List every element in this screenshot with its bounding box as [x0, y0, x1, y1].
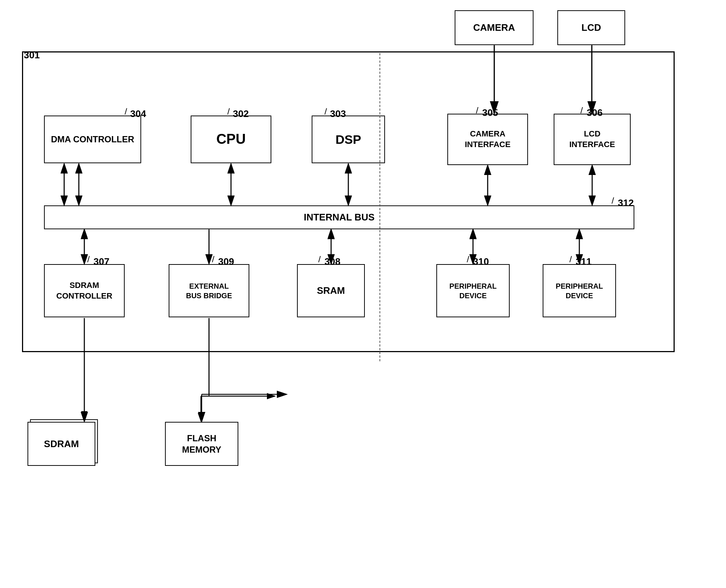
- ref-309: 309: [218, 256, 234, 267]
- ref-303: 303: [330, 108, 346, 120]
- ref-305: 305: [482, 107, 498, 118]
- cpu-label: CPU: [216, 130, 246, 148]
- ref-310: 310: [473, 256, 489, 267]
- internal-bus-label: INTERNAL BUS: [304, 211, 374, 224]
- camera-interface-label: CAMERAINTERFACE: [465, 129, 511, 150]
- sram-label: SRAM: [317, 285, 345, 297]
- ref-304: 304: [130, 108, 146, 120]
- sram-block: SRAM: [297, 264, 365, 317]
- cpu-block: CPU: [191, 116, 271, 163]
- lcd-interface-block: LCDINTERFACE: [554, 114, 631, 165]
- camera-label: CAMERA: [473, 22, 515, 34]
- lcd-box: LCD: [557, 10, 625, 45]
- peripheral-device-2-block: PERIPHERALDEVICE: [543, 264, 616, 317]
- dotted-divider-line: [380, 53, 380, 361]
- ref-308: 308: [324, 256, 340, 267]
- ref-302: 302: [233, 108, 249, 120]
- ref-301: 301: [24, 50, 40, 61]
- lcd-interface-label: LCDINTERFACE: [569, 129, 615, 150]
- camera-box: CAMERA: [455, 10, 534, 45]
- lcd-label: LCD: [582, 22, 601, 34]
- ref-311: 311: [576, 256, 591, 267]
- dsp-block: DSP: [312, 116, 385, 163]
- ref-307: 307: [94, 256, 109, 267]
- flash-memory-label: FLASHMEMORY: [182, 432, 221, 455]
- peripheral-device-1-label: PERIPHERALDEVICE: [450, 281, 497, 300]
- sdram-controller-label: SDRAMCONTROLLER: [56, 280, 113, 301]
- sdram-box: SDRAM: [27, 422, 95, 466]
- external-bus-bridge-label: EXTERNALBUS BRIDGE: [186, 281, 232, 300]
- dsp-label: DSP: [336, 131, 361, 147]
- peripheral-device-1-block: PERIPHERALDEVICE: [436, 264, 510, 317]
- ref-306: 306: [587, 107, 602, 118]
- diagram-container: 301 CAMERA LCD DMA CONTROLLER CPU DSP CA…: [0, 0, 726, 588]
- ref-312: 312: [618, 197, 634, 209]
- external-bus-bridge-block: EXTERNALBUS BRIDGE: [169, 264, 249, 317]
- sdram-label: SDRAM: [44, 438, 79, 450]
- flash-memory-box: FLASHMEMORY: [165, 422, 238, 466]
- sdram-controller-block: SDRAMCONTROLLER: [44, 264, 125, 317]
- internal-bus-block: INTERNAL BUS: [44, 205, 634, 229]
- camera-interface-block: CAMERAINTERFACE: [447, 114, 528, 165]
- peripheral-device-2-label: PERIPHERALDEVICE: [556, 281, 603, 300]
- dma-controller-label: DMA CONTROLLER: [51, 134, 134, 145]
- dma-controller-block: DMA CONTROLLER: [44, 116, 141, 163]
